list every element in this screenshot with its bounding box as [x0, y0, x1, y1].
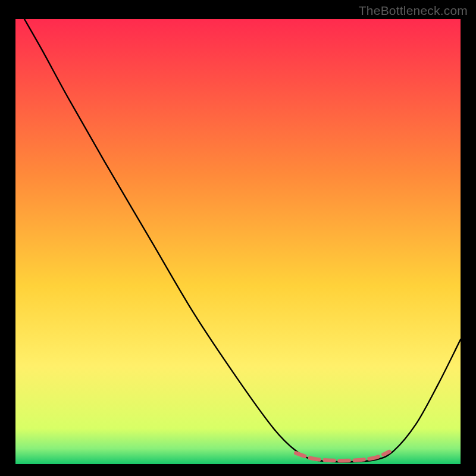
watermark-text: TheBottleneck.com [359, 4, 468, 18]
chart-svg [15, 19, 461, 464]
chart-background [15, 19, 461, 464]
chart-container: { "watermark": "TheBottleneck.com", "cha… [0, 0, 476, 476]
plot-area [15, 19, 461, 464]
